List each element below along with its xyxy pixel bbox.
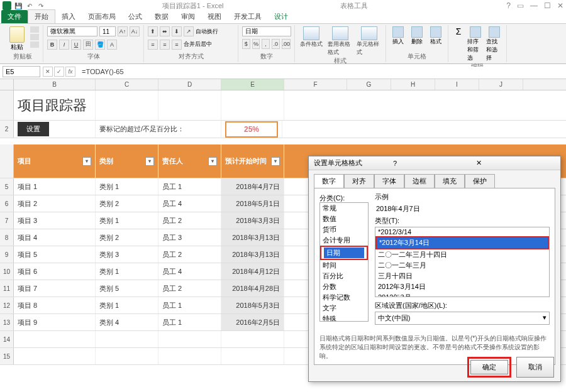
cell-project[interactable]: 项目 5 bbox=[14, 246, 96, 263]
cell-project[interactable]: 项目 8 bbox=[14, 297, 96, 313]
minimize-icon[interactable]: — bbox=[530, 1, 538, 10]
underline-button[interactable]: U bbox=[71, 40, 81, 50]
col-header-j[interactable]: J bbox=[479, 79, 523, 90]
table-format-button[interactable]: 套用表格格式 bbox=[328, 26, 353, 57]
font-name-combo[interactable]: 微软雅黑 bbox=[47, 26, 97, 36]
tab-design[interactable]: 设计 bbox=[268, 10, 294, 23]
percent-icon[interactable]: % bbox=[252, 39, 260, 49]
settings-button[interactable]: 设置 bbox=[18, 122, 49, 136]
tab-data[interactable]: 数据 bbox=[148, 10, 175, 23]
comma-icon[interactable]: , bbox=[262, 39, 270, 49]
row-header[interactable]: 8 bbox=[0, 229, 14, 246]
cell-project[interactable]: 项目 7 bbox=[14, 280, 96, 297]
type-item[interactable]: *2012/3/14 bbox=[375, 227, 549, 236]
col-header-g[interactable]: G bbox=[347, 79, 391, 90]
dlg-tab-number[interactable]: 数字 bbox=[314, 174, 344, 188]
decrease-font-icon[interactable]: A↓ bbox=[130, 26, 140, 36]
cut-icon[interactable] bbox=[30, 26, 39, 33]
row-header-14[interactable]: 14 bbox=[0, 331, 14, 347]
cell-est-start[interactable]: 2016年2月5日 bbox=[221, 314, 284, 330]
cell-est-start[interactable]: 2018年4月28日 bbox=[221, 280, 284, 297]
cancel-formula-icon[interactable]: ✕ bbox=[43, 67, 53, 77]
cell-project[interactable]: 项目 9 bbox=[14, 314, 96, 330]
decrease-decimal-icon[interactable]: .00 bbox=[282, 39, 291, 49]
header-est-start[interactable]: 预计开始时间▾ bbox=[221, 144, 284, 178]
fill-color-button[interactable]: 🪣 bbox=[95, 40, 105, 50]
cell-est-start[interactable]: 2018年3月3日 bbox=[221, 212, 284, 229]
row-header-2[interactable]: 2 bbox=[0, 121, 14, 138]
align-center-icon[interactable]: ≡ bbox=[160, 40, 170, 50]
cell-est-start[interactable]: 2018年3月13日 bbox=[221, 229, 284, 246]
cell-style-button[interactable]: 单元格样式 bbox=[357, 26, 382, 57]
cell-owner[interactable]: 员工 2 bbox=[158, 246, 221, 263]
cell-owner[interactable]: 员工 1 bbox=[158, 178, 221, 195]
row-header[interactable]: 12 bbox=[0, 297, 14, 313]
row-header[interactable]: 6 bbox=[0, 195, 14, 212]
category-item[interactable]: 文字 bbox=[320, 303, 368, 313]
cell-project[interactable]: 项目 2 bbox=[14, 195, 96, 212]
cell-owner[interactable]: 员工 4 bbox=[158, 195, 221, 212]
dlg-tab-border[interactable]: 边框 bbox=[404, 174, 435, 188]
dialog-help-icon[interactable]: ? bbox=[393, 160, 472, 167]
row-header-1[interactable] bbox=[0, 90, 14, 120]
category-item[interactable]: 特殊 bbox=[320, 313, 368, 322]
tab-layout[interactable]: 页面布局 bbox=[82, 10, 122, 23]
help-icon[interactable]: ? bbox=[506, 1, 511, 10]
cell-category[interactable]: 类别 4 bbox=[96, 314, 158, 330]
dialog-titlebar[interactable]: 设置单元格格式 ? ✕ bbox=[309, 156, 560, 170]
align-bottom-icon[interactable]: ⬇ bbox=[172, 26, 182, 36]
category-item[interactable]: 会计专用 bbox=[320, 235, 368, 246]
type-item[interactable]: 三月十四日 bbox=[375, 271, 549, 281]
align-top-icon[interactable]: ⬆ bbox=[148, 26, 158, 36]
font-color-button[interactable]: A bbox=[107, 40, 117, 50]
cell-category[interactable]: 类别 3 bbox=[96, 246, 158, 263]
dlg-tab-protect[interactable]: 保护 bbox=[465, 174, 495, 188]
cell-category[interactable]: 类别 1 bbox=[96, 212, 158, 229]
ok-button[interactable]: 确定 bbox=[470, 360, 508, 374]
align-right-icon[interactable]: ≡ bbox=[172, 40, 182, 50]
undo-icon[interactable]: ↶ bbox=[25, 1, 34, 10]
row-header[interactable]: 13 bbox=[0, 314, 14, 330]
insert-cells-button[interactable]: 插入 bbox=[390, 26, 406, 46]
type-item[interactable]: 2012年3月14日 bbox=[375, 281, 549, 292]
category-item[interactable]: 分数 bbox=[320, 281, 368, 292]
cell-owner[interactable]: 员工 1 bbox=[158, 314, 221, 330]
align-middle-icon[interactable]: ⬌ bbox=[160, 26, 170, 36]
dlg-tab-font[interactable]: 字体 bbox=[374, 174, 404, 188]
tab-home[interactable]: 开始 bbox=[28, 9, 55, 23]
type-list[interactable]: *2012/3/14*2012年3月14日二〇一二年三月十四日二〇一二年三月三月… bbox=[375, 227, 550, 297]
dlg-tab-align[interactable]: 对齐 bbox=[344, 174, 374, 188]
filter-icon[interactable]: ▾ bbox=[145, 157, 154, 166]
select-all-button[interactable] bbox=[0, 79, 14, 90]
cell-category[interactable]: 类别 1 bbox=[96, 178, 158, 195]
category-list[interactable]: 常规数值货币会计专用日期时间百分比分数科学记数文字特殊自定义 bbox=[319, 202, 369, 322]
cell-owner[interactable]: 员工 3 bbox=[158, 229, 221, 246]
cell-est-start[interactable]: 2018年5月3日 bbox=[221, 297, 284, 313]
col-header-h[interactable]: H bbox=[391, 79, 435, 90]
format-cells-button[interactable]: 格式 bbox=[428, 26, 444, 46]
cell-project[interactable]: 项目 4 bbox=[14, 229, 96, 246]
cell-category[interactable]: 类别 1 bbox=[96, 263, 158, 280]
header-category[interactable]: 类别▾ bbox=[96, 144, 158, 178]
col-header-b[interactable]: B bbox=[14, 79, 96, 90]
autosum-button[interactable]: Σ bbox=[452, 26, 465, 62]
find-select-button[interactable]: 查找和选择 bbox=[486, 26, 502, 62]
filter-icon[interactable]: ▾ bbox=[82, 157, 91, 166]
cancel-button[interactable]: 取消 bbox=[516, 357, 554, 378]
number-format-combo[interactable]: 日期 bbox=[242, 26, 291, 36]
header-owner[interactable]: 责任人▾ bbox=[158, 144, 221, 178]
cell-project[interactable]: 项目 6 bbox=[14, 263, 96, 280]
col-header-e[interactable]: E bbox=[221, 79, 284, 90]
category-item[interactable]: 常规 bbox=[320, 203, 368, 214]
tab-insert[interactable]: 插入 bbox=[55, 10, 82, 23]
fx-icon[interactable]: fx bbox=[65, 67, 75, 77]
currency-icon[interactable]: $ bbox=[242, 39, 250, 49]
cell-est-start[interactable]: 2018年5月1日 bbox=[221, 195, 284, 212]
row-header[interactable]: 9 bbox=[0, 246, 14, 263]
conditional-format-button[interactable]: 条件格式 bbox=[299, 26, 324, 57]
formula-input[interactable] bbox=[78, 67, 563, 77]
type-item[interactable]: 二〇一二年三月十四日 bbox=[375, 249, 549, 260]
category-item[interactable]: 时间 bbox=[320, 260, 368, 271]
cell-category[interactable]: 类别 1 bbox=[96, 297, 158, 313]
category-item[interactable]: 科学记数 bbox=[320, 292, 368, 303]
